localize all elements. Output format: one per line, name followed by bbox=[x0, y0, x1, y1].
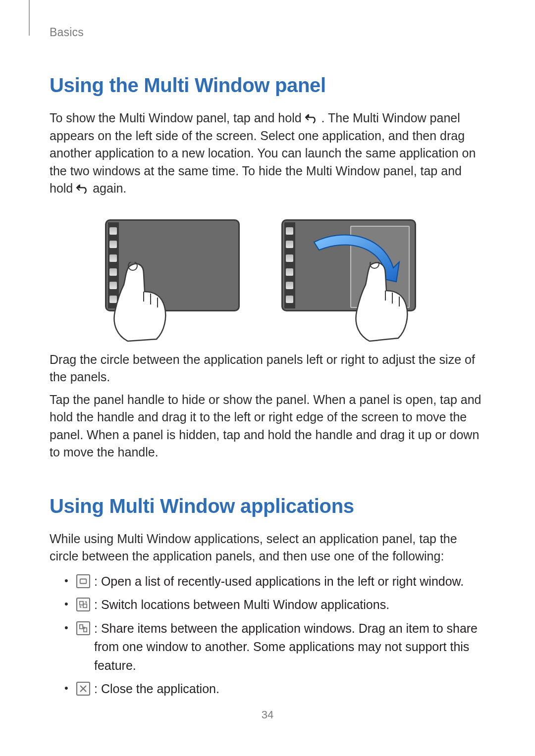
multi-window-sidebar bbox=[108, 222, 119, 308]
illustration-row bbox=[50, 219, 485, 333]
paragraph-drag-circle: Drag the circle between the application … bbox=[50, 351, 485, 386]
app-tile bbox=[109, 296, 117, 303]
list-item: : Switch locations between Multi Window … bbox=[64, 596, 485, 614]
svg-rect-5 bbox=[80, 624, 83, 628]
list-item-text: : Close the application. bbox=[94, 682, 219, 696]
recent-apps-icon bbox=[76, 574, 90, 588]
app-tile bbox=[286, 282, 293, 289]
header-rule bbox=[29, 0, 30, 36]
paragraph-intro: To show the Multi Window panel, tap and … bbox=[50, 109, 485, 198]
drag-arrow-icon bbox=[309, 230, 403, 290]
svg-rect-2 bbox=[80, 579, 87, 583]
svg-rect-4 bbox=[83, 604, 87, 607]
breadcrumb: Basics bbox=[50, 26, 84, 39]
icon-bullet-list: : Open a list of recently-used applicati… bbox=[64, 572, 485, 699]
app-tile bbox=[286, 227, 293, 235]
list-item-text: : Share items between the application wi… bbox=[94, 621, 478, 672]
app-tile bbox=[109, 227, 117, 235]
list-item-text: : Switch locations between Multi Window … bbox=[94, 598, 389, 611]
illustration-tap-panel bbox=[105, 219, 254, 333]
list-item-text: : Open a list of recently-used applicati… bbox=[94, 574, 464, 588]
paragraph-panel-handle: Tap the panel handle to hide or show the… bbox=[50, 391, 485, 461]
back-icon bbox=[305, 111, 318, 122]
document-page: Basics Using the Multi Window panel To s… bbox=[0, 0, 535, 756]
page-content: Using the Multi Window panel To show the… bbox=[50, 74, 485, 699]
tablet-device bbox=[105, 219, 240, 311]
heading-multi-window-apps: Using Multi Window applications bbox=[50, 495, 485, 517]
app-tile bbox=[286, 268, 293, 276]
svg-rect-3 bbox=[80, 602, 83, 605]
app-tile bbox=[286, 241, 293, 248]
close-icon bbox=[76, 682, 90, 696]
app-tile bbox=[109, 282, 117, 289]
share-items-icon bbox=[76, 621, 90, 635]
app-tile bbox=[286, 254, 293, 262]
list-item: : Close the application. bbox=[64, 680, 485, 699]
paragraph-apps-intro: While using Multi Window applications, s… bbox=[50, 530, 485, 565]
text-fragment: again. bbox=[93, 181, 126, 195]
back-icon bbox=[76, 181, 89, 192]
page-number: 34 bbox=[0, 708, 535, 721]
app-tile bbox=[109, 254, 117, 262]
illustration-drag-app bbox=[281, 219, 430, 333]
heading-multi-window-panel: Using the Multi Window panel bbox=[50, 74, 485, 97]
text-fragment: To show the Multi Window panel, tap and … bbox=[50, 111, 305, 125]
app-tile bbox=[286, 296, 293, 303]
app-tile bbox=[109, 268, 117, 276]
multi-window-sidebar bbox=[284, 222, 295, 308]
switch-locations-icon bbox=[76, 598, 90, 611]
list-item: : Share items between the application wi… bbox=[64, 619, 485, 675]
app-tile bbox=[109, 241, 117, 248]
list-item: : Open a list of recently-used applicati… bbox=[64, 572, 485, 591]
